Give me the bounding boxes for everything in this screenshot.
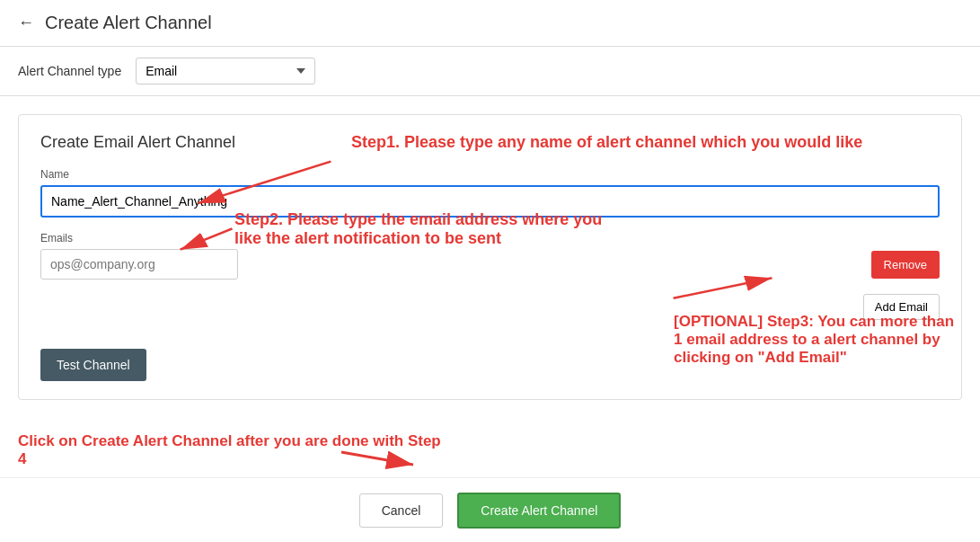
remove-button[interactable]: Remove: [871, 251, 940, 279]
name-field-group: Name: [40, 168, 940, 218]
emails-label: Emails: [40, 232, 940, 244]
back-button[interactable]: ←: [18, 13, 34, 32]
channel-type-label: Alert Channel type: [18, 64, 121, 78]
footer-bar: Cancel Create Alert Channel: [0, 477, 980, 542]
name-label: Name: [40, 168, 940, 181]
test-channel-button[interactable]: Test Channel: [40, 349, 146, 381]
create-alert-channel-button[interactable]: Create Alert Channel: [457, 493, 621, 529]
page-title: Create Alert Channel: [45, 13, 212, 33]
page-header: ← Create Alert Channel: [0, 0, 980, 47]
form-card-title: Create Email Alert Channel: [40, 133, 940, 152]
channel-type-select[interactable]: Email Slack PagerDuty Webhook: [136, 58, 315, 84]
cancel-button[interactable]: Cancel: [359, 493, 444, 528]
add-email-button[interactable]: Add Email: [863, 294, 940, 320]
main-content: Create Email Alert Channel Name Emails R…: [0, 96, 980, 418]
emails-field-group: Emails Remove: [40, 232, 940, 280]
email-input[interactable]: [40, 249, 238, 280]
bottom-section: Click on Create Alert Channel after you …: [0, 418, 980, 477]
emails-row: Remove: [40, 249, 940, 280]
annotation-step4: Click on Create Alert Channel after you …: [18, 432, 449, 468]
channel-type-bar: Alert Channel type Email Slack PagerDuty…: [0, 47, 980, 96]
name-input[interactable]: [40, 185, 940, 218]
form-card: Create Email Alert Channel Name Emails R…: [18, 114, 962, 400]
